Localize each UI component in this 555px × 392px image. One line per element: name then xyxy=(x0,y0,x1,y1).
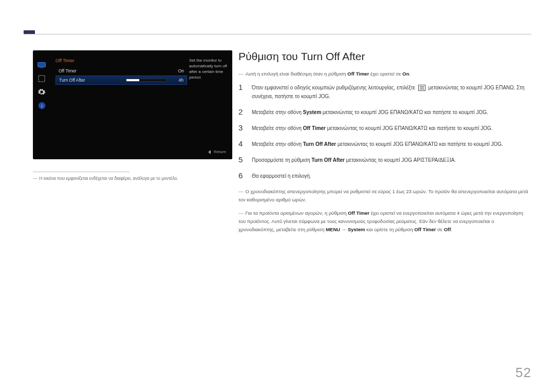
instructions: Ρύθμιση του Turn Off After ―Αυτή η επιλο… xyxy=(238,50,531,239)
fn2-t: . xyxy=(451,227,452,232)
step-1: Όταν εμφανιστεί ο οδηγός κουμπιών ρυθμιζ… xyxy=(238,83,531,108)
step-text: Μεταβείτε στην οθόνη xyxy=(252,141,303,147)
osd-row-turnoffafter: Turn Off After 4h xyxy=(55,76,187,85)
step-text: Μεταβείτε στην οθόνη xyxy=(252,109,303,115)
osd-return-label: Return xyxy=(214,150,226,154)
step-2: Μεταβείτε στην οθόνη System μετακινώντας… xyxy=(238,108,531,124)
osd-title: Off Timer xyxy=(55,58,75,63)
menu-inline-icon xyxy=(418,85,425,91)
step-hl: Turn Off After xyxy=(303,141,336,147)
step-text: μετακινώντας το κουμπί JOG ΕΠΑΝΩ/ΚΑΤΩ κα… xyxy=(321,109,488,115)
step-4: Μεταβείτε στην οθόνη Turn Off After μετα… xyxy=(238,140,531,156)
osd-row-value: On xyxy=(178,67,184,75)
osd-row-value: 4h xyxy=(179,76,183,84)
step-hl: System xyxy=(303,109,321,115)
svg-rect-2 xyxy=(39,76,45,82)
osd-row-offtimer: Off Timer On xyxy=(55,67,187,75)
step-6: Θα εφαρμοστεί η επιλογή. xyxy=(238,172,531,188)
footnote-2: ―Για τα προϊόντα ορισμένων αγορών, η ρύθ… xyxy=(238,209,531,234)
left-footnote: ―Η εικόνα που εμφανίζεται ενδέχεται να δ… xyxy=(33,176,228,181)
step-3: Μεταβείτε στην οθόνη Off Timer μετακινών… xyxy=(238,124,531,140)
step-text: Προσαρμόστε τη ρύθμιση xyxy=(252,157,311,163)
intro-hl: Off Timer xyxy=(347,71,369,77)
step-text: μετακινώντας το κουμπί JOG ΑΡΙΣΤΕΡΑ/ΔΕΞΙ… xyxy=(345,157,456,163)
gear-icon xyxy=(36,87,47,97)
page-number: 52 xyxy=(515,365,531,381)
fn2-h: MENU xyxy=(326,227,340,232)
fn2-h: System xyxy=(348,227,365,232)
back-icon xyxy=(208,150,211,154)
fn2-t: Για τα προϊόντα ορισμένων αγορών, η ρύθμ… xyxy=(246,210,348,216)
svg-rect-1 xyxy=(40,67,43,68)
header-accent xyxy=(24,30,35,34)
step-5: Προσαρμόστε τη ρύθμιση Turn Off After με… xyxy=(238,156,531,172)
osd-preview: i Off Timer Off Timer On Turn Off After … xyxy=(33,50,232,159)
step-text: Θα εφαρμοστεί η επιλογή. xyxy=(252,173,311,179)
header-rule xyxy=(24,34,531,34)
page-title: Ρύθμιση του Turn Off After xyxy=(238,50,531,63)
step-text: Μεταβείτε στην οθόνη xyxy=(252,125,303,131)
fn2-t: και ορίστε τη ρύθμιση xyxy=(365,227,414,232)
svg-rect-0 xyxy=(38,62,46,67)
left-footnote-text: Η εικόνα που εμφανίζεται ενδέχεται να δι… xyxy=(40,176,178,181)
intro-mid: έχει οριστεί σε xyxy=(369,71,402,77)
fn2-h: Off Timer xyxy=(348,210,369,216)
intro-post: . xyxy=(409,71,411,77)
osd-slider-track xyxy=(126,79,167,82)
step-text: μετακινώντας το κουμπί JOG ΕΠΑΝΩ/ΚΑΤΩ κα… xyxy=(336,141,503,147)
step-text: μετακινώντας το κουμπί JOG ΕΠΑΝΩ/ΚΑΤΩ κα… xyxy=(326,125,493,131)
osd-slider-fill xyxy=(126,79,139,81)
footnote-1-text: Ο χρονοδιακόπτης απενεργοποίησης μπορεί … xyxy=(238,189,528,202)
fn2-h: Off Timer xyxy=(414,227,436,232)
intro-pre: Αυτή η επιλογή είναι διαθέσιμη όταν η ρύ… xyxy=(246,71,348,77)
step-text: Όταν εμφανιστεί ο οδηγός κουμπιών ρυθμιζ… xyxy=(252,85,417,90)
step-hl: Off Timer xyxy=(303,125,325,131)
step-hl: Turn Off After xyxy=(311,157,344,163)
fn2-h: Off xyxy=(444,227,451,232)
osd-return: Return xyxy=(208,150,226,154)
fn2-t: σε xyxy=(436,227,443,232)
steps-list: Όταν εμφανιστεί ο οδηγός κουμπιών ρυθμιζ… xyxy=(238,83,531,188)
intro-hl2: On xyxy=(402,71,409,77)
osd-desc: Set the monitor to automatically turn of… xyxy=(189,58,228,80)
square-icon xyxy=(36,73,47,84)
monitor-icon xyxy=(36,60,47,70)
osd-row-label: Off Timer xyxy=(59,68,77,73)
info-icon: i xyxy=(36,100,47,110)
note-separator xyxy=(33,172,130,172)
osd-row-label: Turn Off After xyxy=(59,78,85,83)
footnote-1: ―Ο χρονοδιακόπτης απενεργοποίησης μπορεί… xyxy=(238,188,531,204)
osd-iconbar: i xyxy=(35,59,48,114)
intro-footnote: ―Αυτή η επιλογή είναι διαθέσιμη όταν η ρ… xyxy=(238,70,531,78)
fn2-t: → xyxy=(340,227,348,232)
